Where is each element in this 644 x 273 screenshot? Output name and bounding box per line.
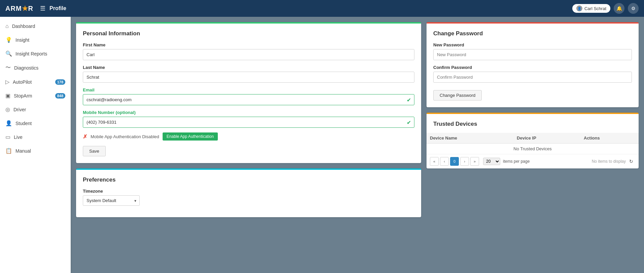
trusted-devices-card: Trusted Devices Device Name Device IP Ac…: [427, 113, 639, 168]
per-page-label: items per page: [503, 159, 530, 164]
auth-row: ✗ Mobile App Authentication Disabled Ena…: [83, 132, 414, 141]
trusted-devices-header-row: Device Name Device IP Actions: [427, 133, 639, 144]
enable-app-auth-button[interactable]: Enable App Authentication: [163, 132, 218, 141]
content-area: Personal Information First Name Last Nam…: [71, 17, 644, 273]
auth-disabled-text: Mobile App Authentication Disabled: [91, 134, 159, 139]
next-page-button[interactable]: ›: [460, 157, 469, 166]
sidebar-item-stoparm[interactable]: ▣ StopArm 848: [0, 89, 71, 103]
mobile-label: Mobile Number (optional): [83, 110, 414, 115]
sidebar-item-label: Diagnostics: [14, 65, 38, 71]
confirm-password-group: Confirm Password: [433, 65, 632, 83]
trusted-devices-title: Trusted Devices: [433, 121, 632, 127]
sidebar-item-manual[interactable]: 📋 Manual: [0, 144, 71, 158]
change-password-title: Change Password: [433, 30, 632, 37]
autopilot-badge: 178: [55, 79, 65, 85]
preferences-title: Preferences: [83, 177, 414, 183]
autopilot-icon: ▷: [5, 79, 9, 85]
timezone-label: Timezone: [83, 189, 414, 194]
sidebar-item-diagnostics[interactable]: 〜 Diagnostics: [0, 61, 71, 75]
dashboard-icon: ⌂: [5, 23, 9, 29]
sidebar-item-insight[interactable]: 💡 Insight: [0, 33, 71, 47]
per-page-select[interactable]: 20 50 100: [483, 158, 500, 165]
top-nav-right: 👤 Carl Schrat 🔔 ⚙: [572, 3, 639, 14]
bell-icon: 🔔: [616, 6, 622, 11]
student-icon: 👤: [5, 120, 12, 126]
sidebar-item-dashboard[interactable]: ⌂ Dashboard: [0, 20, 71, 33]
timezone-group: Timezone System Default UTC America/Chic…: [83, 189, 414, 206]
mobile-group: Mobile Number (optional) ✔: [83, 110, 414, 128]
col-device-name: Device Name: [427, 133, 513, 144]
sidebar-item-label: Insight Reports: [15, 51, 47, 56]
sidebar-item-label: StopArm: [14, 93, 32, 99]
sidebar-item-driver[interactable]: ◎ Driver: [0, 103, 71, 116]
insight-icon: 💡: [5, 37, 12, 43]
change-password-button[interactable]: Change Password: [433, 90, 482, 101]
driver-icon: ◎: [5, 106, 10, 113]
sidebar-item-insight-reports[interactable]: 🔍 Insight Reports: [0, 47, 71, 61]
right-column: Change Password New Password Confirm Pas…: [427, 22, 639, 268]
prev-page-button[interactable]: ‹: [440, 157, 449, 166]
change-password-card: Change Password New Password Confirm Pas…: [427, 22, 639, 107]
sidebar: ⌂ Dashboard 💡 Insight 🔍 Insight Reports …: [0, 17, 71, 273]
no-items-label: No items to display: [592, 159, 626, 164]
col-device-ip: Device IP: [513, 133, 580, 144]
new-password-group: New Password: [433, 42, 632, 60]
last-page-button[interactable]: »: [470, 157, 479, 166]
personal-info-card: Personal Information First Name Last Nam…: [76, 22, 421, 163]
no-trusted-devices-row: No Trusted Devices: [427, 144, 639, 154]
sidebar-item-label: Driver: [13, 107, 26, 112]
first-name-label: First Name: [83, 42, 414, 47]
sidebar-item-label: Dashboard: [12, 24, 35, 29]
stoparm-badge: 848: [55, 93, 65, 99]
preferences-card: Preferences Timezone System Default UTC …: [76, 168, 421, 217]
sidebar-item-live[interactable]: ▭ Live: [0, 130, 71, 144]
gear-icon: ⚙: [631, 6, 636, 11]
page-title: Profile: [49, 5, 572, 11]
sidebar-item-label: AutoPilot: [13, 79, 32, 85]
mobile-valid-icon: ✔: [407, 119, 411, 125]
user-name-label: Carl Schrat: [584, 6, 606, 11]
confirm-password-input[interactable]: [433, 72, 632, 83]
sidebar-item-student[interactable]: 👤 Student: [0, 116, 71, 130]
left-column: Personal Information First Name Last Nam…: [76, 22, 421, 268]
pagination-row: « ‹ 0 › » 20 50 100 items per page No it…: [427, 154, 639, 168]
sidebar-item-label: Insight: [15, 37, 29, 43]
first-page-button[interactable]: «: [430, 157, 439, 166]
confirm-password-label: Confirm Password: [433, 65, 632, 70]
top-nav: ARM★R ☰ Profile 👤 Carl Schrat 🔔 ⚙: [0, 0, 644, 17]
main-layout: ⌂ Dashboard 💡 Insight 🔍 Insight Reports …: [0, 17, 644, 273]
current-page-button[interactable]: 0: [450, 157, 459, 166]
first-name-input[interactable]: [83, 49, 414, 60]
sidebar-item-autopilot[interactable]: ▷ AutoPilot 178: [0, 75, 71, 89]
personal-info-title: Personal Information: [83, 30, 414, 37]
live-icon: ▭: [5, 134, 10, 140]
user-avatar-icon: 👤: [576, 5, 582, 11]
stoparm-icon: ▣: [5, 92, 10, 99]
last-name-label: Last Name: [83, 65, 414, 70]
manual-icon: 📋: [5, 148, 12, 154]
col-actions: Actions: [580, 133, 639, 144]
email-input[interactable]: [83, 94, 414, 105]
trusted-devices-table: Device Name Device IP Actions No Trusted…: [427, 133, 639, 154]
new-password-label: New Password: [433, 42, 632, 47]
sidebar-item-label: Student: [15, 121, 32, 126]
save-button[interactable]: Save: [83, 146, 106, 156]
timezone-select[interactable]: System Default UTC America/Chicago Ameri…: [83, 195, 140, 206]
new-password-input[interactable]: [433, 49, 632, 60]
email-group: Email ✔: [83, 87, 414, 105]
notification-bell-button[interactable]: 🔔: [614, 3, 624, 14]
last-name-input[interactable]: [83, 72, 414, 83]
hamburger-icon[interactable]: ☰: [40, 5, 45, 12]
insight-reports-icon: 🔍: [5, 50, 12, 57]
last-name-group: Last Name: [83, 65, 414, 83]
mobile-input[interactable]: [83, 117, 414, 128]
email-label: Email: [83, 87, 414, 92]
app-logo: ARM★R: [5, 4, 33, 12]
settings-button[interactable]: ⚙: [628, 3, 639, 14]
refresh-button[interactable]: ↻: [627, 157, 635, 165]
user-pill[interactable]: 👤 Carl Schrat: [572, 4, 610, 13]
first-name-group: First Name: [83, 42, 414, 60]
auth-disabled-x-icon: ✗: [83, 133, 87, 140]
email-valid-icon: ✔: [407, 96, 411, 103]
sidebar-item-label: Manual: [15, 148, 31, 154]
